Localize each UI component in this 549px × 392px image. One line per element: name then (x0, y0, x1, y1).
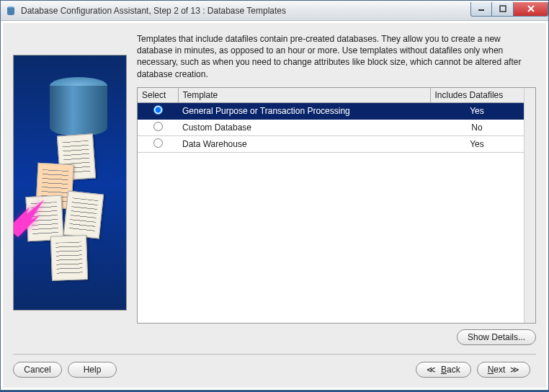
table-row[interactable]: General Purpose or Transaction Processin… (138, 102, 524, 119)
back-label: ack (447, 365, 460, 375)
template-name: Custom Database (178, 119, 430, 135)
wizard-footer: Cancel Help ≪ Back Next ≫ (13, 354, 536, 378)
table-row[interactable]: Data Warehouse Yes (138, 135, 524, 152)
back-button[interactable]: ≪ Back (416, 362, 470, 378)
table-row[interactable]: Custom Database No (138, 119, 524, 135)
close-button[interactable] (514, 2, 548, 17)
main-pane: Templates that include datafiles contain… (137, 33, 536, 345)
database-icon (50, 77, 107, 142)
document-icon (50, 235, 88, 281)
dbca-window: Database Configuration Assistant, Step 2… (0, 0, 549, 391)
col-includes: Includes Datafiles (430, 88, 524, 103)
maximize-button[interactable] (492, 2, 514, 17)
show-details-button[interactable]: Show Details... (457, 329, 536, 345)
template-includes: Yes (430, 102, 524, 119)
template-radio[interactable] (153, 138, 163, 148)
svg-rect-4 (500, 6, 506, 12)
document-icon (63, 191, 104, 239)
template-includes: Yes (430, 135, 524, 152)
app-icon (5, 5, 17, 17)
next-button[interactable]: Next ≫ (477, 362, 530, 378)
svg-marker-7 (13, 200, 44, 237)
template-radio[interactable] (153, 105, 163, 115)
template-radio[interactable] (153, 122, 163, 131)
minimize-button[interactable] (470, 2, 492, 17)
col-template: Template (178, 88, 430, 103)
window-controls (470, 2, 548, 17)
help-button[interactable]: Help (68, 362, 117, 378)
content-area: Templates that include datafiles contain… (2, 22, 547, 388)
template-name: Data Warehouse (178, 135, 430, 152)
template-name: General Purpose or Transaction Processin… (178, 102, 430, 119)
window-title: Database Configuration Assistant, Step 2… (21, 6, 470, 16)
titlebar: Database Configuration Assistant, Step 2… (1, 1, 548, 21)
cancel-button[interactable]: Cancel (13, 362, 62, 378)
col-select: Select (138, 88, 178, 103)
wizard-illustration (13, 55, 127, 311)
next-label: ext (494, 365, 505, 375)
description-text: Templates that include datafiles contain… (137, 33, 536, 80)
svg-point-2 (7, 12, 14, 15)
template-includes: No (430, 119, 524, 135)
templates-table: Select Template Includes Datafiles Gener… (137, 87, 536, 324)
scrollbar[interactable] (524, 88, 535, 323)
